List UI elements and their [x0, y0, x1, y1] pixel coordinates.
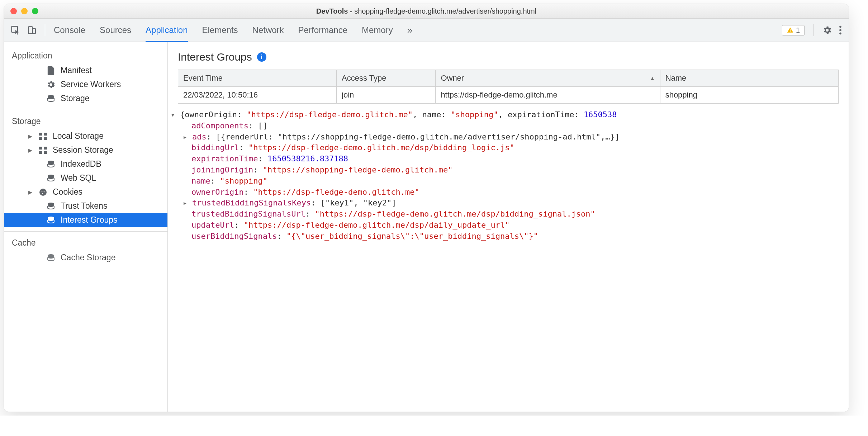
tab-performance[interactable]: Performance — [298, 19, 347, 42]
content: Application Manifest Service Workers Sto… — [4, 42, 849, 412]
titlebar: DevTools - shopping-fledge-demo.glitch.m… — [4, 4, 849, 19]
database-icon — [46, 160, 56, 169]
main-panel: Interest Groups i Event Time Access Type… — [168, 42, 849, 412]
expand-arrow-icon[interactable]: ▶ — [184, 200, 191, 207]
svg-rect-16 — [44, 151, 47, 154]
file-icon — [46, 66, 56, 75]
svg-rect-15 — [39, 151, 42, 154]
cell-name: shopping — [660, 87, 838, 104]
window-title-prefix: DevTools - — [316, 7, 354, 15]
devtools-window: DevTools - shopping-fledge-demo.glitch.m… — [4, 4, 849, 412]
sidebar-item-session-storage[interactable]: ▶ Session Storage — [4, 143, 167, 157]
svg-rect-2 — [33, 29, 35, 34]
svg-point-19 — [39, 189, 47, 196]
info-icon[interactable]: i — [257, 52, 266, 62]
svg-rect-12 — [44, 137, 47, 140]
tab-network[interactable]: Network — [252, 19, 284, 42]
sidebar-section-title: Application — [4, 44, 167, 63]
sidebar-item-label: Cookies — [53, 187, 82, 197]
warnings-count: 1 — [796, 26, 800, 34]
sidebar-item-label: IndexedDB — [61, 159, 101, 169]
database-icon — [46, 215, 56, 225]
table-row[interactable]: 22/03/2022, 10:50:16 join https://dsp-fl… — [178, 87, 839, 104]
sidebar-section-title: Storage — [4, 110, 167, 129]
window-title: DevTools - shopping-fledge-demo.glitch.m… — [10, 7, 843, 15]
sidebar-item-storage[interactable]: Storage — [4, 91, 167, 105]
sidebar-item-manifest[interactable]: Manifest — [4, 63, 167, 77]
settings-icon[interactable] — [822, 25, 832, 35]
zoom-window-button[interactable] — [32, 8, 38, 14]
table-header-owner[interactable]: Owner▲ — [436, 70, 660, 87]
sidebar-item-label: Storage — [61, 94, 90, 103]
inspect-element-icon[interactable] — [10, 25, 20, 35]
tab-console[interactable]: Console — [54, 19, 85, 42]
sidebar-item-service-workers[interactable]: Service Workers — [4, 77, 167, 91]
sidebar-item-indexeddb[interactable]: IndexedDB — [4, 157, 167, 171]
svg-rect-3 — [790, 29, 791, 31]
close-window-button[interactable] — [10, 8, 17, 14]
svg-rect-1 — [28, 27, 32, 34]
window-title-path: shopping-fledge-demo.glitch.me/advertise… — [354, 7, 536, 15]
application-sidebar: Application Manifest Service Workers Sto… — [4, 42, 168, 412]
expand-arrow-icon[interactable]: ▶ — [28, 147, 33, 153]
svg-rect-10 — [44, 133, 47, 136]
database-icon — [46, 174, 56, 183]
cell-access-type: join — [337, 87, 436, 104]
devtools-tabs: Console Sources Application Elements Net… — [54, 19, 412, 42]
sidebar-item-interest-groups[interactable]: Interest Groups — [4, 213, 167, 227]
svg-point-6 — [839, 29, 841, 31]
tab-application[interactable]: Application — [146, 19, 188, 42]
panel-heading-text: Interest Groups — [178, 51, 252, 63]
database-icon — [46, 253, 56, 262]
warnings-badge[interactable]: 1 — [782, 25, 805, 35]
table-header-access-type[interactable]: Access Type — [337, 70, 436, 87]
svg-rect-11 — [39, 137, 42, 140]
collapse-arrow-icon[interactable]: ▼ — [171, 112, 179, 118]
toolbar-divider — [45, 24, 45, 36]
svg-rect-14 — [44, 147, 47, 150]
warning-icon — [787, 27, 794, 34]
sidebar-item-cache-storage[interactable]: Cache Storage — [4, 251, 167, 265]
sidebar-item-label: Interest Groups — [61, 215, 118, 225]
svg-point-22 — [42, 193, 43, 194]
tab-sources[interactable]: Sources — [100, 19, 131, 42]
tab-memory[interactable]: Memory — [362, 19, 393, 42]
cell-owner: https://dsp-fledge-demo.glitch.me — [436, 87, 660, 104]
grid-icon — [38, 146, 48, 155]
sidebar-item-label: Cache Storage — [61, 253, 115, 262]
cookie-icon — [38, 188, 48, 197]
traffic-lights — [10, 8, 38, 14]
sidebar-item-local-storage[interactable]: ▶ Local Storage — [4, 129, 167, 143]
sort-up-icon: ▲ — [650, 75, 655, 81]
main-toolbar: Console Sources Application Elements Net… — [4, 19, 849, 42]
sidebar-item-label: Manifest — [61, 66, 92, 75]
expand-arrow-icon[interactable]: ▶ — [28, 133, 33, 139]
sidebar-item-web-sql[interactable]: Web SQL — [4, 171, 167, 185]
sidebar-item-trust-tokens[interactable]: Trust Tokens — [4, 199, 167, 213]
expand-arrow-icon[interactable]: ▶ — [184, 134, 191, 141]
sidebar-section-title: Cache — [4, 232, 167, 251]
interest-groups-table: Event Time Access Type Owner▲ Name 22/03… — [178, 70, 839, 104]
more-menu-icon[interactable] — [839, 25, 842, 35]
database-icon — [46, 202, 56, 211]
device-toggle-icon[interactable] — [27, 25, 36, 35]
svg-point-7 — [839, 33, 841, 35]
panel-heading: Interest Groups i — [168, 42, 849, 70]
svg-point-21 — [44, 191, 45, 192]
sidebar-item-label: Web SQL — [61, 173, 96, 183]
database-icon — [46, 94, 56, 103]
object-inspector[interactable]: ▼{ownerOrigin: "https://dsp-fledge-demo.… — [168, 104, 849, 249]
sidebar-item-label: Local Storage — [53, 131, 104, 141]
grid-icon — [38, 132, 48, 141]
sidebar-item-cookies[interactable]: ▶ Cookies — [4, 185, 167, 199]
toolbar-divider — [813, 24, 814, 36]
table-header-name[interactable]: Name — [660, 70, 838, 87]
table-header-event-time[interactable]: Event Time — [178, 70, 337, 87]
minimize-window-button[interactable] — [21, 8, 28, 14]
cell-event-time: 22/03/2022, 10:50:16 — [178, 87, 337, 104]
sidebar-item-label: Session Storage — [53, 145, 113, 155]
tab-elements[interactable]: Elements — [202, 19, 238, 42]
more-tabs-icon[interactable]: » — [407, 19, 412, 42]
expand-arrow-icon[interactable]: ▶ — [28, 189, 33, 195]
sidebar-item-label: Service Workers — [61, 80, 121, 89]
